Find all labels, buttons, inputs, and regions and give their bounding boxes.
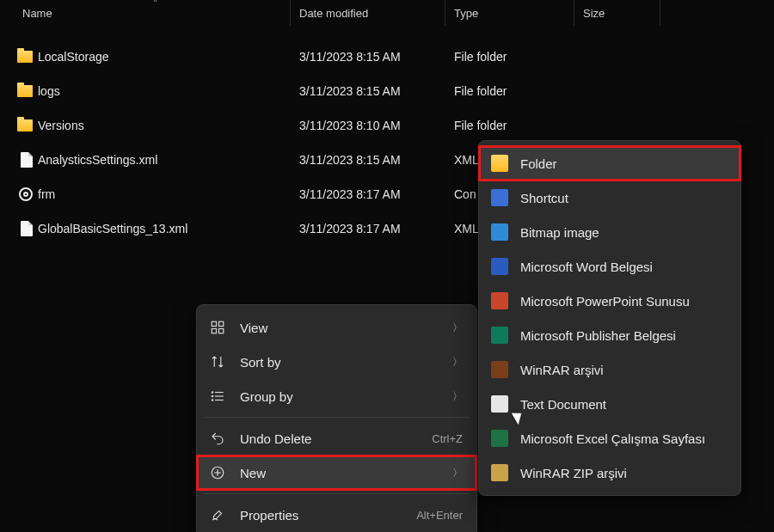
svg-rect-0 bbox=[212, 321, 216, 326]
submenu-item-label: Microsoft Word Belgesi bbox=[520, 260, 653, 274]
file-name: frm bbox=[38, 187, 291, 201]
txt-icon bbox=[491, 395, 508, 413]
chevron-right-icon: 〉 bbox=[452, 389, 463, 404]
menu-item-shortcut: Ctrl+Z bbox=[432, 432, 463, 445]
new-pub-item[interactable]: Microsoft Publisher Belgesi bbox=[479, 318, 740, 352]
new-ppt-item[interactable]: Microsoft PowerPoint Sunusu bbox=[479, 284, 740, 318]
submenu-item-label: Microsoft Publisher Belgesi bbox=[520, 328, 676, 343]
svg-point-7 bbox=[212, 392, 213, 394]
menu-item-undo[interactable]: Undo DeleteCtrl+Z bbox=[197, 421, 476, 456]
sort-indicator-icon: ˄ bbox=[153, 0, 157, 8]
folder-icon bbox=[17, 119, 33, 131]
zip-icon bbox=[491, 464, 508, 481]
menu-item-sort[interactable]: Sort by〉 bbox=[197, 345, 476, 379]
new-rar-item[interactable]: WinRAR arşivi bbox=[479, 352, 740, 387]
file-date: 3/11/2023 8:15 AM bbox=[291, 50, 445, 64]
new-xls-item[interactable]: Microsoft Excel Çalışma Sayfası bbox=[479, 421, 740, 456]
file-icon bbox=[21, 221, 33, 236]
chevron-right-icon: 〉 bbox=[452, 355, 463, 370]
header-size[interactable]: Size bbox=[574, 0, 660, 26]
new-submenu: FolderShortcutBitmap imageMicrosoft Word… bbox=[478, 140, 741, 496]
file-type: File folder bbox=[445, 84, 574, 98]
props-icon bbox=[209, 507, 226, 523]
ppt-icon bbox=[491, 292, 508, 309]
menu-item-label: Group by bbox=[240, 389, 452, 404]
header-type[interactable]: Type bbox=[445, 0, 574, 26]
file-date: 3/11/2023 8:17 AM bbox=[291, 222, 445, 235]
svg-rect-3 bbox=[219, 329, 224, 333]
file-date: 3/11/2023 8:17 AM bbox=[291, 187, 445, 201]
file-icon bbox=[21, 152, 33, 168]
shortcut-icon bbox=[491, 189, 508, 206]
file-row[interactable]: logs3/11/2023 8:15 AMFile folder bbox=[0, 74, 774, 108]
submenu-item-label: Microsoft Excel Çalışma Sayfası bbox=[520, 431, 705, 446]
submenu-item-label: Shortcut bbox=[520, 191, 568, 205]
menu-item-view[interactable]: View〉 bbox=[197, 310, 476, 345]
new-folder-item[interactable]: Folder bbox=[479, 146, 740, 180]
folder-icon bbox=[17, 85, 33, 97]
svg-rect-2 bbox=[212, 329, 216, 333]
menu-separator bbox=[204, 417, 470, 418]
xls-icon bbox=[491, 430, 508, 447]
gear-icon bbox=[19, 187, 33, 201]
menu-item-label: Properties bbox=[240, 508, 416, 523]
view-icon bbox=[209, 320, 226, 335]
new-shortcut-item[interactable]: Shortcut bbox=[479, 180, 740, 215]
file-row[interactable]: Versions3/11/2023 8:10 AMFile folder bbox=[0, 108, 774, 143]
file-date: 3/11/2023 8:10 AM bbox=[291, 119, 445, 132]
group-icon bbox=[209, 388, 226, 404]
new-bmp-item[interactable]: Bitmap image bbox=[479, 215, 740, 249]
header-name[interactable]: Name bbox=[0, 0, 291, 26]
file-row[interactable]: LocalStorage3/11/2023 8:15 AMFile folder bbox=[0, 40, 774, 74]
menu-item-label: Undo Delete bbox=[240, 431, 432, 446]
header-date-modified[interactable]: Date modified bbox=[291, 0, 445, 26]
svg-point-8 bbox=[212, 395, 213, 397]
menu-item-shortcut: Alt+Enter bbox=[416, 509, 463, 522]
submenu-item-label: WinRAR ZIP arşivi bbox=[520, 466, 627, 480]
column-headers: ˄ Name Date modified Type Size bbox=[0, 0, 774, 26]
chevron-right-icon: 〉 bbox=[452, 321, 463, 335]
rar-icon bbox=[491, 361, 508, 378]
file-name: logs bbox=[38, 84, 291, 98]
file-name: GlobalBasicSettings_13.xml bbox=[38, 222, 291, 235]
menu-item-group[interactable]: Group by〉 bbox=[197, 379, 476, 413]
context-menu: View〉Sort by〉Group by〉Undo DeleteCtrl+ZN… bbox=[196, 304, 477, 532]
new-zip-item[interactable]: WinRAR ZIP arşivi bbox=[479, 456, 740, 490]
menu-item-props[interactable]: PropertiesAlt+Enter bbox=[197, 498, 476, 532]
file-type: File folder bbox=[445, 119, 574, 132]
undo-icon bbox=[209, 431, 226, 446]
submenu-item-label: Microsoft PowerPoint Sunusu bbox=[520, 294, 690, 309]
chevron-right-icon: 〉 bbox=[452, 466, 463, 480]
submenu-item-label: WinRAR arşivi bbox=[520, 363, 604, 377]
file-date: 3/11/2023 8:15 AM bbox=[291, 84, 445, 98]
bmp-icon bbox=[491, 223, 508, 241]
submenu-item-label: Text Document bbox=[520, 397, 606, 412]
file-type: File folder bbox=[445, 50, 574, 64]
submenu-item-label: Folder bbox=[520, 156, 557, 171]
new-word-item[interactable]: Microsoft Word Belgesi bbox=[479, 249, 740, 284]
file-date: 3/11/2023 8:15 AM bbox=[291, 153, 445, 167]
submenu-item-label: Bitmap image bbox=[520, 225, 599, 240]
menu-item-label: Sort by bbox=[240, 355, 452, 370]
menu-separator bbox=[204, 493, 470, 494]
file-name: LocalStorage bbox=[38, 50, 291, 64]
pub-icon bbox=[491, 327, 508, 344]
new-icon bbox=[209, 465, 226, 480]
svg-point-9 bbox=[212, 400, 213, 401]
sort-icon bbox=[209, 354, 226, 370]
folder-icon bbox=[17, 51, 33, 63]
svg-rect-1 bbox=[219, 321, 224, 326]
file-name: Versions bbox=[38, 119, 291, 132]
menu-item-new[interactable]: New〉 bbox=[197, 456, 476, 490]
folder-icon bbox=[491, 155, 508, 172]
word-icon bbox=[491, 258, 508, 275]
file-name: AnalysticsSettings.xml bbox=[38, 153, 291, 167]
menu-item-label: New bbox=[240, 466, 452, 480]
menu-item-label: View bbox=[240, 321, 452, 335]
